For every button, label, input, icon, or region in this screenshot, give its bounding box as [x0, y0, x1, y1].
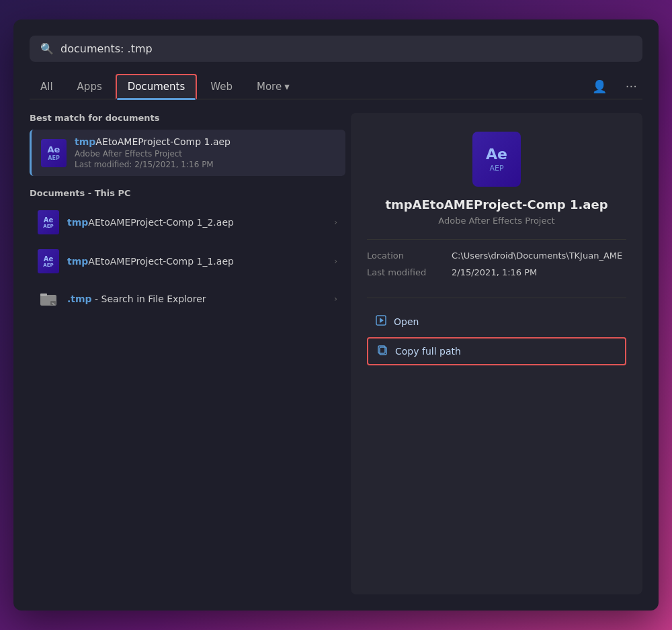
- action-buttons: Open Copy full path: [367, 309, 626, 365]
- copy-path-button[interactable]: Copy full path: [367, 337, 626, 365]
- doc-item-name: tmpAEtoAMEProject-Comp 1_1.aep: [67, 256, 326, 267]
- modified-label: Last modified: [367, 267, 441, 277]
- detail-file-icon: Ae AEP: [472, 132, 521, 187]
- open-button[interactable]: Open: [367, 309, 626, 334]
- copy-path-label: Copy full path: [395, 346, 461, 357]
- search-input[interactable]: [60, 42, 632, 55]
- best-match-title: Best match for documents: [30, 113, 345, 123]
- location-row: Location C:\Users\droid\Documents\TKJuan…: [367, 251, 626, 261]
- open-label: Open: [394, 316, 419, 327]
- file-icon-small: Ae AEP: [38, 210, 59, 234]
- detail-filename: tmpAEtoAMEProject-Comp 1.aep: [385, 197, 607, 212]
- open-icon: [375, 314, 387, 329]
- best-match-date: Last modified: 2/15/2021, 1:16 PM: [75, 160, 336, 169]
- location-value: C:\Users\droid\Documents\TKJuan_AME: [452, 251, 626, 261]
- search-icon: 🔍: [40, 42, 54, 55]
- detail-props: Location C:\Users\droid\Documents\TKJuan…: [367, 251, 626, 284]
- modified-row: Last modified 2/15/2021, 1:16 PM: [367, 267, 626, 277]
- divider: [367, 239, 626, 240]
- chevron-down-icon: ▾: [284, 81, 290, 93]
- file-icon-ae: Ae AEP: [41, 139, 67, 167]
- doc-item-name: tmpAEtoAMEProject-Comp 1_2.aep: [67, 217, 326, 228]
- list-item[interactable]: Ae AEP tmpAEtoAMEProject-Comp 1_2.aep ›: [30, 204, 345, 241]
- tab-more[interactable]: More ▾: [246, 75, 300, 98]
- best-match-item[interactable]: Ae AEP tmpAEtoAMEProject-Comp 1.aep Adob…: [30, 130, 345, 176]
- best-match-info: tmpAEtoAMEProject-Comp 1.aep Adobe After…: [75, 136, 336, 169]
- file-icon-small: Ae AEP: [38, 249, 59, 273]
- folder-icon: [38, 288, 59, 310]
- location-label: Location: [367, 251, 441, 261]
- tab-web[interactable]: Web: [200, 75, 243, 98]
- tabs-right: 👤 ···: [587, 77, 642, 96]
- filename-rest: AEtoAMEProject-Comp 1.aep: [95, 136, 230, 147]
- svg-rect-1: [40, 294, 47, 296]
- divider2: [367, 298, 626, 298]
- right-panel: Ae AEP tmpAEtoAMEProject-Comp 1.aep Adob…: [351, 113, 642, 594]
- copy-icon: [376, 344, 388, 359]
- search-bar: 🔍: [30, 36, 642, 62]
- doc-item-name: .tmp - Search in File Explorer: [67, 294, 326, 304]
- tab-all[interactable]: All: [30, 75, 64, 98]
- more-options-icon[interactable]: ···: [620, 77, 642, 96]
- modified-value: 2/15/2021, 1:16 PM: [452, 267, 626, 277]
- search-panel: 🔍 All Apps Documents Web More ▾ 👤 ··· Be…: [13, 19, 659, 611]
- left-panel: Best match for documents Ae AEP tmpAEtoA…: [30, 113, 345, 594]
- tab-apps[interactable]: Apps: [67, 75, 113, 98]
- chevron-right-icon: ›: [334, 218, 337, 227]
- list-item[interactable]: .tmp - Search in File Explorer ›: [30, 281, 345, 316]
- filename-prefix: tmp: [75, 136, 95, 147]
- main-content: Best match for documents Ae AEP tmpAEtoA…: [30, 113, 642, 594]
- chevron-right-icon: ›: [334, 294, 337, 304]
- chevron-right-icon: ›: [334, 257, 337, 266]
- docs-section-title: Documents - This PC: [30, 188, 345, 198]
- detail-type: Adobe After Effects Project: [438, 216, 554, 226]
- best-match-type: Adobe After Effects Project: [75, 149, 336, 159]
- best-match-filename: tmpAEtoAMEProject-Comp 1.aep: [75, 136, 336, 147]
- tab-documents[interactable]: Documents: [116, 74, 198, 99]
- tab-bar: All Apps Documents Web More ▾ 👤 ···: [30, 74, 642, 99]
- list-item[interactable]: Ae AEP tmpAEtoAMEProject-Comp 1_1.aep ›: [30, 242, 345, 280]
- person-icon[interactable]: 👤: [587, 77, 612, 96]
